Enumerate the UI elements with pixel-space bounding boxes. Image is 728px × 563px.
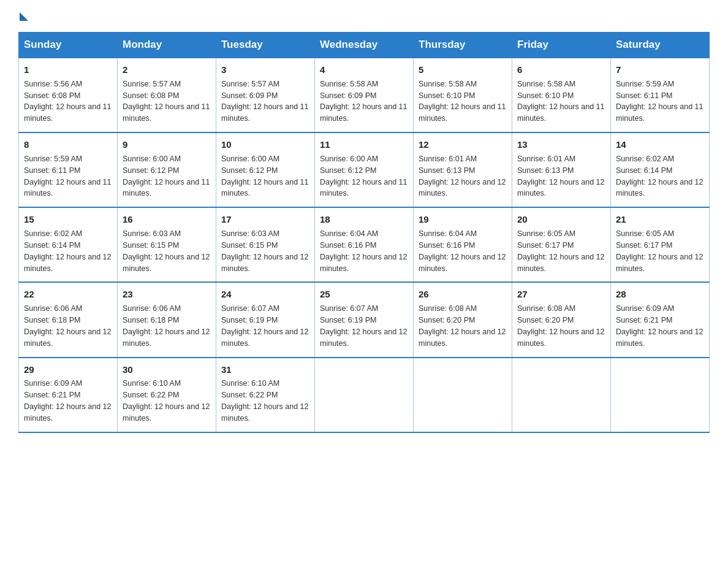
day-number: 19 [419,213,507,226]
day-cell: 7Sunrise: 5:59 AMSunset: 6:11 PMDaylight… [611,58,710,132]
day-info: Sunrise: 6:06 AMSunset: 6:18 PMDaylight:… [24,304,111,348]
day-cell: 21Sunrise: 6:05 AMSunset: 6:17 PMDayligh… [611,207,710,282]
day-cell: 22Sunrise: 6:06 AMSunset: 6:18 PMDayligh… [19,282,118,357]
day-number: 2 [123,63,211,77]
day-info: Sunrise: 5:58 AMSunset: 6:10 PMDaylight:… [419,80,506,123]
day-info: Sunrise: 6:10 AMSunset: 6:22 PMDaylight:… [221,379,308,423]
header-sunday: Sunday [19,33,118,58]
day-cell: 24Sunrise: 6:07 AMSunset: 6:19 PMDayligh… [216,282,315,357]
day-number: 17 [221,213,309,226]
day-cell: 29Sunrise: 6:09 AMSunset: 6:21 PMDayligh… [19,358,118,432]
day-cell [315,358,414,432]
day-info: Sunrise: 6:03 AMSunset: 6:15 PMDaylight:… [123,229,210,273]
day-number: 27 [517,288,605,301]
week-row-2: 8Sunrise: 5:59 AMSunset: 6:11 PMDaylight… [19,132,710,207]
day-number: 11 [320,138,408,151]
day-info: Sunrise: 6:01 AMSunset: 6:13 PMDaylight:… [419,155,506,198]
day-info: Sunrise: 6:05 AMSunset: 6:17 PMDaylight:… [517,229,604,273]
day-cell: 4Sunrise: 5:58 AMSunset: 6:09 PMDaylight… [315,58,414,132]
day-cell: 20Sunrise: 6:05 AMSunset: 6:17 PMDayligh… [512,207,611,282]
day-cell: 23Sunrise: 6:06 AMSunset: 6:18 PMDayligh… [118,282,216,357]
week-row-1: 1Sunrise: 5:56 AMSunset: 6:08 PMDaylight… [19,58,710,132]
day-cell: 15Sunrise: 6:02 AMSunset: 6:14 PMDayligh… [19,207,118,282]
day-cell: 13Sunrise: 6:01 AMSunset: 6:13 PMDayligh… [512,132,611,207]
calendar-table: Sunday Monday Tuesday Wednesday Thursday… [18,32,710,433]
day-number: 10 [221,138,309,151]
day-number: 7 [616,63,704,77]
day-number: 8 [24,138,112,151]
day-number: 13 [517,138,605,151]
day-cell: 10Sunrise: 6:00 AMSunset: 6:12 PMDayligh… [216,132,315,207]
day-info: Sunrise: 6:02 AMSunset: 6:14 PMDaylight:… [616,155,703,198]
header-wednesday: Wednesday [315,33,414,58]
day-info: Sunrise: 6:00 AMSunset: 6:12 PMDaylight:… [123,155,210,198]
day-number: 28 [616,288,704,301]
day-cell: 30Sunrise: 6:10 AMSunset: 6:22 PMDayligh… [118,358,216,432]
day-number: 3 [221,63,309,77]
day-info: Sunrise: 5:57 AMSunset: 6:09 PMDaylight:… [221,80,308,123]
day-info: Sunrise: 6:09 AMSunset: 6:21 PMDaylight:… [616,304,703,348]
week-row-4: 22Sunrise: 6:06 AMSunset: 6:18 PMDayligh… [19,282,710,357]
day-cell [512,358,611,432]
day-info: Sunrise: 6:02 AMSunset: 6:14 PMDaylight:… [24,229,111,273]
day-cell: 14Sunrise: 6:02 AMSunset: 6:14 PMDayligh… [611,132,710,207]
day-info: Sunrise: 5:59 AMSunset: 6:11 PMDaylight:… [616,80,703,123]
day-number: 24 [221,288,309,301]
logo-arrow-icon [20,12,28,21]
day-number: 4 [320,63,408,77]
day-cell: 31Sunrise: 6:10 AMSunset: 6:22 PMDayligh… [216,358,315,432]
day-info: Sunrise: 6:05 AMSunset: 6:17 PMDaylight:… [616,229,703,273]
day-info: Sunrise: 6:09 AMSunset: 6:21 PMDaylight:… [24,379,111,423]
day-number: 5 [419,63,507,77]
day-cell: 25Sunrise: 6:07 AMSunset: 6:19 PMDayligh… [315,282,414,357]
day-cell: 1Sunrise: 5:56 AMSunset: 6:08 PMDaylight… [19,58,118,132]
day-number: 26 [419,288,507,301]
day-cell [611,358,710,432]
day-info: Sunrise: 5:59 AMSunset: 6:11 PMDaylight:… [24,155,111,198]
day-info: Sunrise: 5:57 AMSunset: 6:08 PMDaylight:… [123,80,210,123]
day-info: Sunrise: 6:06 AMSunset: 6:18 PMDaylight:… [123,304,210,348]
day-number: 23 [123,288,211,301]
day-info: Sunrise: 6:03 AMSunset: 6:15 PMDaylight:… [221,229,308,273]
day-info: Sunrise: 6:00 AMSunset: 6:12 PMDaylight:… [221,155,308,198]
day-cell: 17Sunrise: 6:03 AMSunset: 6:15 PMDayligh… [216,207,315,282]
day-number: 6 [517,63,605,77]
day-number: 30 [123,363,211,377]
day-number: 15 [24,213,112,226]
logo [18,12,29,21]
day-number: 29 [24,363,112,377]
day-number: 9 [123,138,211,151]
day-cell: 8Sunrise: 5:59 AMSunset: 6:11 PMDaylight… [19,132,118,207]
day-number: 25 [320,288,408,301]
day-info: Sunrise: 6:01 AMSunset: 6:13 PMDaylight:… [517,155,604,198]
weekday-header-row: Sunday Monday Tuesday Wednesday Thursday… [19,33,710,58]
day-info: Sunrise: 6:04 AMSunset: 6:16 PMDaylight:… [419,229,506,273]
day-info: Sunrise: 5:58 AMSunset: 6:09 PMDaylight:… [320,80,407,123]
day-number: 31 [221,363,309,377]
day-number: 1 [24,63,112,77]
day-cell: 18Sunrise: 6:04 AMSunset: 6:16 PMDayligh… [315,207,414,282]
day-cell: 19Sunrise: 6:04 AMSunset: 6:16 PMDayligh… [414,207,512,282]
header-thursday: Thursday [414,33,512,58]
week-row-5: 29Sunrise: 6:09 AMSunset: 6:21 PMDayligh… [19,358,710,432]
day-number: 16 [123,213,211,226]
day-number: 22 [24,288,112,301]
day-info: Sunrise: 6:04 AMSunset: 6:16 PMDaylight:… [320,229,407,273]
day-cell: 3Sunrise: 5:57 AMSunset: 6:09 PMDaylight… [216,58,315,132]
day-info: Sunrise: 6:10 AMSunset: 6:22 PMDaylight:… [123,379,210,423]
day-info: Sunrise: 6:08 AMSunset: 6:20 PMDaylight:… [517,304,604,348]
header-monday: Monday [118,33,216,58]
week-row-3: 15Sunrise: 6:02 AMSunset: 6:14 PMDayligh… [19,207,710,282]
day-cell: 26Sunrise: 6:08 AMSunset: 6:20 PMDayligh… [414,282,512,357]
day-cell: 2Sunrise: 5:57 AMSunset: 6:08 PMDaylight… [118,58,216,132]
day-cell: 6Sunrise: 5:58 AMSunset: 6:10 PMDaylight… [512,58,611,132]
day-cell: 16Sunrise: 6:03 AMSunset: 6:15 PMDayligh… [118,207,216,282]
header-saturday: Saturday [611,33,710,58]
day-cell: 12Sunrise: 6:01 AMSunset: 6:13 PMDayligh… [414,132,512,207]
day-number: 18 [320,213,408,226]
day-number: 14 [616,138,704,151]
day-number: 21 [616,213,704,226]
day-info: Sunrise: 6:00 AMSunset: 6:12 PMDaylight:… [320,155,407,198]
day-number: 20 [517,213,605,226]
page-header [18,12,710,21]
